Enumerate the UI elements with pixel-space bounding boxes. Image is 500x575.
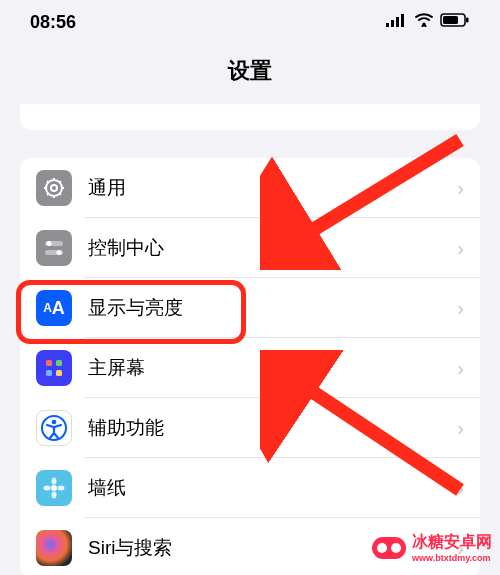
svg-point-27 — [52, 420, 57, 425]
svg-rect-3 — [401, 14, 404, 27]
svg-point-29 — [52, 478, 57, 485]
svg-point-30 — [52, 492, 57, 499]
settings-item-home-screen[interactable]: 主屏幕 › — [20, 338, 480, 398]
svg-point-31 — [44, 486, 51, 491]
settings-item-general[interactable]: 通用 › — [20, 158, 480, 218]
previous-group-tail — [20, 104, 480, 130]
svg-rect-22 — [46, 360, 52, 366]
svg-rect-23 — [56, 360, 62, 366]
status-indicators — [386, 13, 470, 31]
battery-icon — [440, 13, 470, 31]
svg-rect-24 — [46, 370, 52, 376]
item-label: 通用 — [88, 175, 457, 201]
settings-list: 通用 › 控制中心 › AA 显示与亮度 › 主屏幕 › 辅助功能 › 墙纸 › — [20, 158, 480, 575]
svg-point-19 — [47, 241, 52, 246]
chevron-right-icon: › — [457, 237, 464, 260]
item-label: 墙纸 — [88, 475, 457, 501]
settings-item-display-brightness[interactable]: AA 显示与亮度 › — [20, 278, 480, 338]
settings-item-accessibility[interactable]: 辅助功能 › — [20, 398, 480, 458]
wallpaper-icon — [36, 470, 72, 506]
watermark: 冰糖安卓网 www.btxtdmy.com — [372, 532, 492, 563]
svg-rect-0 — [386, 23, 389, 27]
item-label: 控制中心 — [88, 235, 457, 261]
watermark-url: www.btxtdmy.com — [412, 553, 492, 563]
chevron-right-icon: › — [457, 417, 464, 440]
settings-item-control-center[interactable]: 控制中心 › — [20, 218, 480, 278]
svg-rect-25 — [56, 370, 62, 376]
svg-point-28 — [51, 485, 57, 491]
svg-line-17 — [59, 181, 61, 183]
svg-line-16 — [47, 193, 49, 195]
svg-point-32 — [58, 486, 65, 491]
gear-icon — [36, 170, 72, 206]
svg-line-14 — [47, 181, 49, 183]
svg-line-15 — [59, 193, 61, 195]
svg-point-4 — [422, 22, 425, 25]
chevron-right-icon: › — [457, 177, 464, 200]
svg-rect-7 — [466, 18, 469, 23]
watermark-logo-icon — [372, 537, 406, 559]
chevron-right-icon: › — [457, 477, 464, 500]
status-bar: 08:56 — [0, 0, 500, 44]
svg-rect-6 — [443, 16, 458, 24]
wifi-icon — [414, 13, 434, 31]
svg-rect-1 — [391, 20, 394, 27]
item-label: 辅助功能 — [88, 415, 457, 441]
item-label: 显示与亮度 — [88, 295, 457, 321]
page-title: 设置 — [0, 44, 500, 104]
app-grid-icon — [36, 350, 72, 386]
text-size-icon: AA — [36, 290, 72, 326]
settings-item-wallpaper[interactable]: 墙纸 › — [20, 458, 480, 518]
accessibility-icon — [36, 410, 72, 446]
svg-point-9 — [51, 185, 57, 191]
watermark-text: 冰糖安卓网 — [412, 532, 492, 553]
cellular-icon — [386, 13, 408, 31]
status-time: 08:56 — [30, 12, 76, 33]
svg-point-21 — [57, 250, 62, 255]
svg-rect-2 — [396, 17, 399, 27]
chevron-right-icon: › — [457, 357, 464, 380]
siri-icon — [36, 530, 72, 566]
chevron-right-icon: › — [457, 297, 464, 320]
switches-icon — [36, 230, 72, 266]
item-label: 主屏幕 — [88, 355, 457, 381]
